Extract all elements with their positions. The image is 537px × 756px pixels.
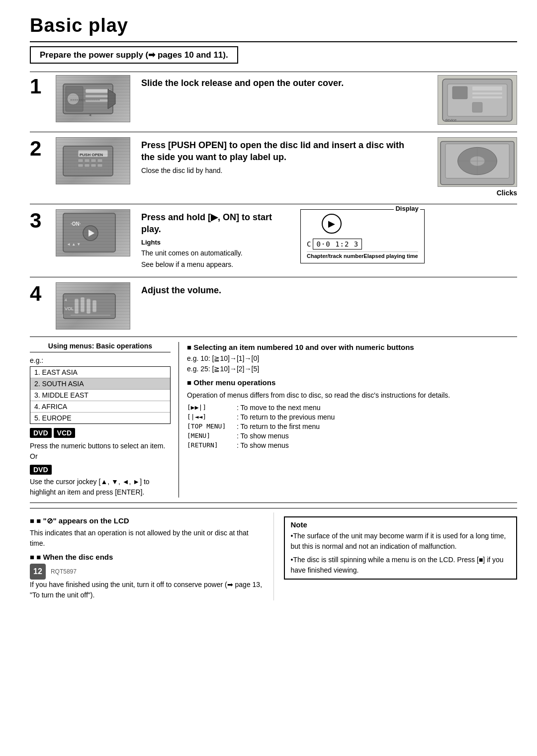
step3-divider (30, 277, 517, 277)
step-2-right: Clicks (418, 137, 517, 197)
lcd-text: 0·0 1:2 3 (316, 240, 358, 248)
top-divider (30, 41, 517, 42)
svg-rect-11 (452, 86, 467, 99)
step-3-number: 3 (30, 210, 52, 231)
key-desc-3: : To show menus (237, 432, 517, 440)
svg-text:4: 4 (65, 298, 67, 302)
chapter-elapsed-row: Chapter/track number Elapsed playing tim… (307, 252, 418, 259)
svg-text:◄ ▲ ▼: ◄ ▲ ▼ (67, 242, 81, 247)
dvd-only-text: Use the cursor jockey [▲, ▼, ◄, ►] to hi… (30, 477, 171, 498)
eg25-text: e.g. 25: [≧10]→[2]→[5] (187, 364, 517, 374)
step-2-row: 2 PUSH OPEN Press [PUSH OPEN] to open th… (30, 137, 517, 197)
step-1-device-img: device (438, 75, 517, 125)
svg-rect-12 (472, 86, 502, 90)
svg-text:PUSH OPEN: PUSH OPEN (80, 153, 103, 157)
key-label-0: [▶▶|] (187, 404, 232, 411)
bottom-left-text2: 12 RQT5897 (30, 564, 264, 580)
vcd-badge: VCD (54, 428, 76, 438)
svg-rect-39 (63, 294, 115, 319)
svg-marker-6 (108, 89, 115, 109)
svg-rect-18 (78, 150, 108, 157)
step-2-image: PUSH OPEN (56, 137, 130, 184)
svg-text:◄: ◄ (88, 113, 92, 117)
lcd-box: 0·0 1:2 3 (313, 239, 362, 250)
menu-item-2: 2. SOUTH ASIA (30, 378, 170, 390)
bottom-left: ■ "⊘" appears on the LCD This indicates … (30, 512, 274, 600)
svg-rect-20 (78, 159, 83, 162)
step-1-instruction: Slide the lock release and open the oute… (141, 77, 413, 89)
svg-rect-13 (472, 92, 502, 94)
step-2-instruction-sub: Close the disc lid by hand. (141, 166, 413, 176)
step-3-instruction-sub: The unit comes on automatically. (141, 248, 280, 258)
step-1-content: Slide the lock release and open the oute… (141, 75, 413, 91)
svg-rect-22 (91, 159, 96, 162)
key-label-4: [RETURN] (187, 441, 232, 449)
bottom-left-text1: This indicates that an operation is not … (30, 528, 264, 549)
svg-rect-27 (97, 164, 102, 167)
dvd-only-badge: DVD (30, 465, 52, 475)
menus-right-panel: ■ Selecting an item numbered 10 and over… (179, 342, 517, 498)
svg-text:·ON·: ·ON· (71, 221, 81, 227)
svg-rect-3 (86, 89, 110, 93)
key-desc-1: : To return to the previous menu (237, 413, 517, 421)
note-title: Note (291, 520, 511, 529)
svg-rect-5 (86, 99, 110, 102)
step-3-instruction-sub2: See below if a menu appears. (141, 259, 280, 270)
svg-rect-21 (85, 159, 90, 162)
right-heading1: ■ Selecting an item numbered 10 and over… (187, 342, 517, 353)
dvd-badge: DVD (30, 428, 52, 438)
clicks-label: Clicks (497, 189, 517, 197)
menu-item-1: 1. EAST ASIA (30, 367, 170, 378)
eg10-text: e.g. 10: [≧10]→[1]→[0] (187, 353, 517, 364)
play-icon-circle: ▶ (322, 214, 342, 234)
step-3-lights-label: Lights (141, 238, 280, 248)
svg-rect-25 (85, 164, 90, 167)
svg-rect-41 (75, 299, 79, 314)
svg-rect-14 (472, 96, 502, 98)
svg-text:device: device (445, 118, 457, 122)
bottom-right: Note •The surface of the unit may become… (274, 512, 518, 600)
svg-rect-24 (78, 164, 83, 167)
step-2-content: Press [PUSH OPEN] to open the disc lid a… (141, 137, 413, 176)
key-row-4: [RETURN] : To show menus (187, 441, 517, 449)
elapsed-label: Elapsed playing time (363, 253, 418, 259)
display-label: Display (394, 205, 420, 212)
step-3-image: ·ON· ◄ ▲ ▼ (56, 209, 130, 256)
lcd-c-label: C (307, 240, 311, 248)
svg-rect-34 (63, 213, 115, 252)
step-3-row: 3 ·ON· ◄ ▲ ▼ Press and hold [▶, ON] to s… (30, 209, 517, 270)
step-4-instruction: Adjust the volume. (141, 284, 517, 296)
key-row-1: [|◄◄] : To return to the previous menu (187, 413, 517, 421)
menus-left-panel: Using menus: Basic operations e.g.: 1. E… (30, 342, 179, 498)
step-2-device-img (438, 137, 517, 187)
bottom-section: ■ "⊘" appears on the LCD This indicates … (30, 508, 517, 600)
key-row-0: [▶▶|] : To move to the next menu (187, 404, 517, 412)
eg-label: e.g.: (30, 356, 171, 364)
key-row-2: [TOP MENU] : To return to the first menu (187, 422, 517, 430)
page-title: Basic play (30, 15, 517, 36)
key-label-3: [MENU] (187, 432, 232, 439)
menu-item-5: 5. EUROPE (30, 413, 170, 423)
svg-marker-47 (61, 314, 63, 319)
step2-divider (30, 204, 517, 204)
svg-rect-43 (87, 299, 90, 314)
svg-rect-1 (66, 86, 83, 111)
step-2-number: 2 (30, 138, 52, 159)
lcd-display-row: C 0·0 1:2 3 (307, 239, 418, 250)
step1-divider (30, 132, 517, 132)
dvd-vcd-text: Press the numeric buttons to select an i… (30, 441, 171, 451)
dvd-vcd-badges: DVD VCD (30, 428, 75, 438)
menu-item-3: 3. MIDDLE EAST (30, 390, 170, 401)
step-3-diagram-container: Display ▶ C 0·0 1:2 3 Chapter/track numb… (290, 209, 425, 263)
bottom-left-heading1: ■ "⊘" appears on the LCD (30, 515, 264, 527)
play-icon-row: ▶ (307, 214, 418, 236)
svg-rect-26 (91, 164, 96, 167)
note-2: •The disc is still spinning while a menu… (291, 555, 511, 576)
step-3-diagram: Display ▶ C 0·0 1:2 3 Chapter/track numb… (300, 209, 425, 263)
key-desc-2: : To return to the first menu (237, 422, 517, 430)
bottom-content-area: Using menus: Basic operations e.g.: 1. E… (30, 342, 517, 498)
steps-end-divider (30, 336, 517, 337)
chapter-label: Chapter/track number (307, 253, 363, 259)
step-4-row: 4 VOL 4 Adjust the volume. (30, 282, 517, 330)
svg-point-2 (67, 93, 79, 105)
